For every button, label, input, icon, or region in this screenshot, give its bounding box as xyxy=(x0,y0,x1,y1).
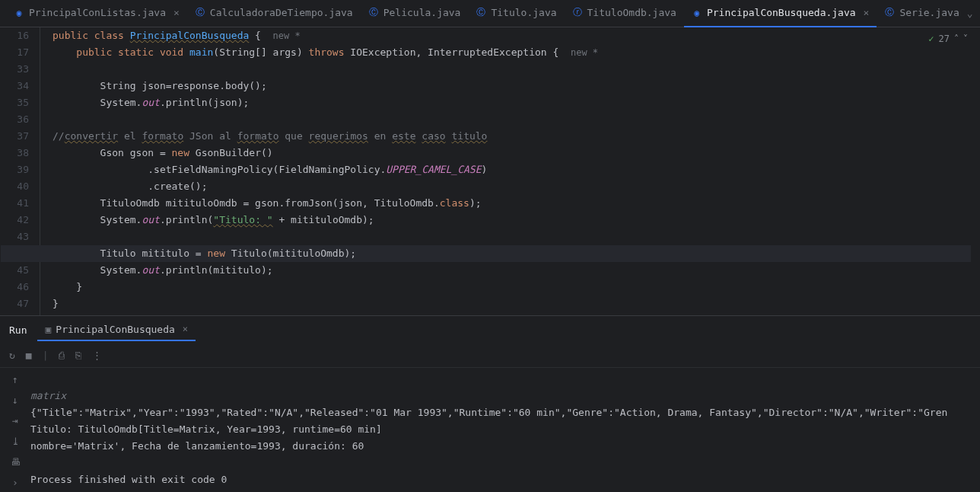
class-icon: Ⓒ xyxy=(884,6,895,19)
tab-principalconbusqueda[interactable]: ◉ PrincipalConBusqueda.java × xyxy=(684,0,877,27)
run-header: Run ▣ PrincipalConBusqueda × xyxy=(0,316,980,343)
scroll-end-icon[interactable]: ⤓ xyxy=(11,436,20,447)
close-icon[interactable]: × xyxy=(864,7,870,18)
console-side-toolbar: ↑ ↓ ⇥ ⤓ 🖶 › xyxy=(0,368,30,492)
class-icon: Ⓒ xyxy=(368,6,379,19)
tab-titulo[interactable]: Ⓒ Titulo.java xyxy=(468,0,564,27)
error-stripe[interactable] xyxy=(971,27,980,315)
tab-label: Pelicula.java xyxy=(383,7,461,18)
chevron-down-icon[interactable]: ⌄ xyxy=(967,8,973,19)
tab-label: PrincipalConListas.java xyxy=(29,7,166,18)
tab-label: CalculadoraDeTiempo.java xyxy=(210,7,353,18)
chevron-right-icon[interactable]: › xyxy=(12,477,18,488)
class-icon: Ⓒ xyxy=(195,6,205,19)
tab-label: TituloOmdb.java xyxy=(587,7,676,18)
app-icon: ▣ xyxy=(45,324,51,335)
tabs-overflow: ⌄ ⋮ xyxy=(967,8,980,19)
editor-tabs: ◉ PrincipalConListas.java × Ⓒ Calculador… xyxy=(0,0,980,27)
tab-label: Titulo.java xyxy=(491,7,556,18)
next-icon[interactable]: ˅ xyxy=(963,34,968,44)
run-config-name: PrincipalConBusqueda xyxy=(56,324,175,335)
tab-serie[interactable]: Ⓒ Serie.java xyxy=(877,0,966,27)
up-icon[interactable]: ↑ xyxy=(12,374,18,385)
rerun-icon[interactable]: ↻ xyxy=(9,350,15,361)
more-icon[interactable]: ⋮ xyxy=(92,350,102,361)
inspection-status[interactable]: ✓ 27 ˄ ˅ xyxy=(925,32,971,46)
record-icon: ⓡ xyxy=(572,6,583,19)
soft-wrap-icon[interactable]: ⇥ xyxy=(12,415,18,427)
console-output[interactable]: matrix {"Title":"Matrix","Year":"1993","… xyxy=(30,368,980,492)
run-title: Run xyxy=(9,324,27,336)
tab-label: PrincipalConBusqueda.java xyxy=(707,7,856,18)
tab-label: Serie.java xyxy=(899,7,959,18)
close-icon[interactable]: × xyxy=(183,324,188,334)
close-icon[interactable]: × xyxy=(173,7,180,18)
tab-calculadoradetiempo[interactable]: Ⓒ CalculadoraDeTiempo.java xyxy=(187,0,361,27)
run-config-tab[interactable]: ▣ PrincipalConBusqueda × xyxy=(37,319,196,341)
class-icon: Ⓒ xyxy=(476,6,486,19)
problems-count: 27 xyxy=(939,34,950,44)
line-gutter: 16 17 33 34 35 36 37 38 39 40 41 42 43 4… xyxy=(0,27,40,315)
camera-icon[interactable]: ⎙ xyxy=(59,350,65,361)
code-editor[interactable]: ✓ 27 ˄ ˅ 16 17 33 34 35 36 37 38 39 40 4… xyxy=(0,27,980,315)
java-run-icon: ◉ xyxy=(692,8,702,18)
run-toolbar: ↻ ■ | ⎙ ⎘ ⋮ xyxy=(0,343,980,368)
code-text[interactable]: public class PrincipalConBusqueda { new … xyxy=(40,27,980,315)
java-run-icon: ◉ xyxy=(14,8,24,18)
exit-icon[interactable]: ⎘ xyxy=(75,350,81,361)
check-icon: ✓ xyxy=(928,34,934,44)
tab-tituloomdb[interactable]: ⓡ TituloOmdb.java xyxy=(565,0,684,27)
tab-pelicula[interactable]: Ⓒ Pelicula.java xyxy=(361,0,469,27)
down-icon[interactable]: ↓ xyxy=(12,395,18,406)
tab-principalconlistas[interactable]: ◉ PrincipalConListas.java × xyxy=(6,0,187,27)
prev-icon[interactable]: ˄ xyxy=(954,34,959,44)
stop-icon[interactable]: ■ xyxy=(26,350,32,361)
print-icon[interactable]: 🖶 xyxy=(11,456,21,468)
run-tool-window: Run ▣ PrincipalConBusqueda × ↻ ■ | ⎙ ⎘ ⋮… xyxy=(0,315,980,492)
